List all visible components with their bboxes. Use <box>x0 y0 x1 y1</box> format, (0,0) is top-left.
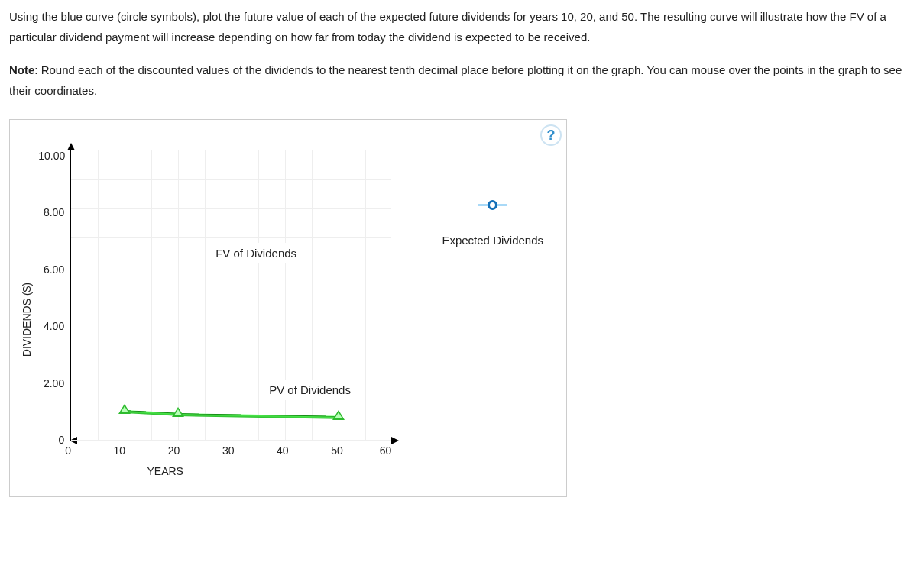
axis-arrow-up-icon <box>67 143 75 150</box>
help-button[interactable]: ? <box>540 124 562 146</box>
legend[interactable]: Expected Dividends <box>442 200 543 248</box>
y-tick: 8.00 <box>38 207 64 218</box>
plot-area[interactable]: FV of DividendsPV of Dividends <box>70 150 391 441</box>
x-tick: 50 <box>309 445 364 456</box>
x-tick: 40 <box>255 445 309 456</box>
chart-annotation: PV of Dividends <box>269 380 351 400</box>
legend-dash-right <box>497 204 507 206</box>
x-tick: 30 <box>201 445 255 456</box>
legend-swatch-expected-dividends[interactable] <box>442 200 543 210</box>
legend-circle-icon <box>488 200 497 210</box>
help-icon: ? <box>547 128 556 142</box>
x-tick: 20 <box>147 445 201 456</box>
instruction-paragraph-1: Using the blue curve (circle symbols), p… <box>9 6 908 47</box>
y-axis-label: DIVIDENDS ($) <box>18 283 37 357</box>
y-tick: 0 <box>38 435 64 445</box>
pv-marker[interactable] <box>118 404 131 414</box>
y-tick: 6.00 <box>38 264 64 275</box>
instruction-note: Note: Round each of the discounted value… <box>9 60 908 101</box>
y-tick: 10.00 <box>38 150 64 161</box>
x-tick: 60 <box>365 445 392 456</box>
x-axis-label: YEARS <box>147 462 183 481</box>
note-label: Note <box>9 63 34 76</box>
legend-label-expected-dividends: Expected Dividends <box>442 233 543 248</box>
x-tick: 0 <box>65 445 92 456</box>
pv-marker[interactable] <box>172 407 184 417</box>
legend-dash-left <box>478 204 488 206</box>
x-tick: 10 <box>92 445 147 456</box>
x-axis-ticks: 0 10 20 30 40 50 60 <box>38 445 391 456</box>
pv-marker[interactable] <box>332 410 345 420</box>
y-tick: 4.00 <box>38 321 64 331</box>
note-text: : Round each of the discounted values of… <box>9 63 902 97</box>
y-tick: 2.00 <box>38 378 64 389</box>
chart-annotation: FV of Dividends <box>215 243 296 263</box>
y-axis-ticks: 10.00 8.00 6.00 4.00 2.00 0 <box>38 150 70 441</box>
axis-arrow-right-icon <box>391 437 399 444</box>
chart-panel: ? Expected Dividends DIVIDENDS ($) 10.00… <box>9 119 567 497</box>
